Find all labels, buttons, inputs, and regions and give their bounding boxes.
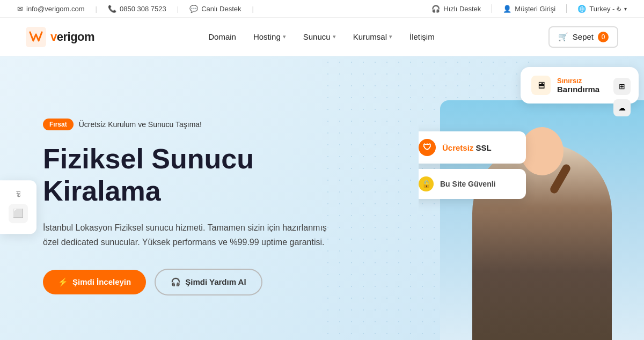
nav-domain[interactable]: Domain [208, 32, 236, 41]
cart-label: Sepet [573, 32, 594, 41]
phone-text: 0850 308 7523 [120, 5, 166, 13]
email-icon: ✉ [17, 5, 23, 13]
divider-3: | [252, 5, 254, 13]
hero-description: İstanbul Lokasyon Fiziksel sunucu hizmet… [43, 220, 333, 249]
ssl-card-wrapper: 🛡 Ücretsiz SSL [419, 131, 526, 164]
nav-sunucu-label: Sunucu [303, 32, 331, 41]
server-icon: 🖥 [536, 80, 546, 91]
cart-button[interactable]: 🛒 Sepet 0 [548, 26, 618, 48]
country-text: Turkey - ₺ [589, 5, 621, 13]
logo-svg-icon [26, 27, 46, 47]
hero-section: eti ⬜ Fırsat Ücretsiz Kurulum ve Sunucu … [0, 56, 644, 340]
kurumsal-chevron-icon: ▾ [389, 33, 392, 40]
hosting-chevron-icon: ▾ [283, 33, 286, 40]
nav-kurumsal-label: Kurumsal [353, 32, 387, 41]
yardim-button[interactable]: 🎧 Şimdi Yardım Al [155, 269, 262, 295]
panel-top-text: Sınırsız [557, 77, 599, 85]
cart-badge: 0 [598, 32, 609, 42]
nav-links: Domain Hosting ▾ Sunucu ▾ Kurumsal ▾ İle… [208, 32, 434, 41]
quick-support-item[interactable]: 🎧 Hızlı Destek [431, 5, 481, 13]
nav-kurumsal[interactable]: Kurumsal ▾ [353, 32, 392, 41]
grid-icon[interactable]: ⊞ [613, 78, 631, 95]
ssl-text: Ücretsiz SSL [442, 143, 492, 152]
panel-main-text: Barındırma [557, 85, 599, 94]
badge-label: Fırsat [43, 119, 74, 130]
cloud-icon[interactable]: ☁ [613, 99, 631, 116]
right-divider-2 [566, 4, 567, 13]
safe-text: Bu Site Güvenli [440, 180, 495, 188]
chat-icon: 💬 [189, 5, 198, 13]
hero-content: Fırsat Ücretsiz Kurulum ve Sunucu Taşıma… [0, 86, 376, 328]
nav-domain-label: Domain [208, 32, 236, 41]
headset-icon: 🎧 [431, 5, 440, 13]
hero-buttons: ⚡ Şimdi İnceleyin 🎧 Şimdi Yardım Al [43, 269, 333, 295]
nav-actions: 🛒 Sepet 0 [548, 26, 618, 48]
sunucu-chevron-icon: ▾ [333, 33, 336, 40]
svg-rect-0 [26, 27, 46, 47]
ssl-icon: 🛡 [419, 139, 436, 156]
side-label-text: eti [15, 191, 21, 197]
email-text: info@verigom.com [26, 5, 85, 13]
side-icon-1[interactable]: ⬜ [9, 204, 28, 223]
safe-icon: 🔒 [419, 176, 434, 191]
nav-hosting[interactable]: Hosting ▾ [253, 32, 286, 41]
yardim-label: Şimdi Yardım Al [185, 277, 246, 286]
panel-card: 🖥 Sınırsız Barındırma ⊞ ☁ [521, 67, 639, 104]
logo[interactable]: verigom [26, 27, 94, 47]
ssl-card: 🛡 Ücretsiz SSL [419, 131, 526, 164]
live-support-text: Canlı Destek [201, 5, 241, 13]
yardim-icon: 🎧 [171, 277, 181, 287]
divider-2: | [177, 5, 179, 13]
hero-title: Fiziksel Sunucu Kiralama [43, 143, 333, 208]
quick-support-text: Hızlı Destek [443, 5, 481, 13]
topbar-right: 🎧 Hızlı Destek 👤 Müşteri Girişi 🌐 Turkey… [431, 4, 627, 13]
nav-sunucu[interactable]: Sunucu ▾ [303, 32, 336, 41]
phone-item[interactable]: 📞 0850 308 7523 [108, 5, 166, 13]
logo-text: verigom [50, 30, 94, 44]
cart-icon: 🛒 [558, 32, 568, 42]
nav-iletisim-label: İletişim [409, 32, 435, 41]
safe-card-wrapper: 🔒 Bu Site Güvenli [419, 169, 526, 199]
nav-hosting-label: Hosting [253, 32, 281, 41]
flag-icon: 🌐 [577, 5, 586, 13]
hero-image-area: 🖥 Sınırsız Barındırma ⊞ ☁ [419, 56, 644, 340]
inceleyin-button[interactable]: ⚡ Şimdi İnceleyin [43, 270, 146, 294]
inceleyin-icon: ⚡ [58, 277, 68, 287]
safe-card: 🔒 Bu Site Güvenli [419, 169, 526, 199]
card-actions: ⊞ ☁ [613, 78, 631, 116]
topbar-left: ✉ info@verigom.com | 📞 0850 308 7523 | 💬… [17, 5, 254, 13]
panel-text: Sınırsız Barındırma [557, 77, 599, 94]
chevron-down-icon: ▾ [624, 6, 627, 12]
topbar: ✉ info@verigom.com | 📞 0850 308 7523 | 💬… [0, 0, 644, 18]
user-icon: 👤 [503, 5, 511, 13]
customer-login-text: Müşteri Girişi [515, 5, 555, 13]
email-item[interactable]: ✉ info@verigom.com [17, 5, 85, 13]
divider-1: | [96, 5, 97, 13]
promo-badge: Fırsat Ücretsiz Kurulum ve Sunucu Taşıma… [43, 119, 202, 130]
navbar: verigom Domain Hosting ▾ Sunucu ▾ Kurums… [0, 18, 644, 56]
customer-login-item[interactable]: 👤 Müşteri Girişi [503, 5, 555, 13]
country-item[interactable]: 🌐 Turkey - ₺ ▾ [577, 5, 627, 13]
phone-icon: 📞 [108, 5, 116, 13]
side-card: eti ⬜ [0, 180, 36, 234]
live-support-item[interactable]: 💬 Canlı Destek [189, 5, 241, 13]
nav-iletisim[interactable]: İletişim [409, 32, 435, 41]
badge-text: Ücretsiz Kurulum ve Sunucu Taşıma! [79, 120, 202, 129]
panel-icon: 🖥 [531, 76, 551, 95]
inceleyin-label: Şimdi İnceleyin [72, 277, 131, 286]
right-divider-1 [492, 4, 492, 13]
